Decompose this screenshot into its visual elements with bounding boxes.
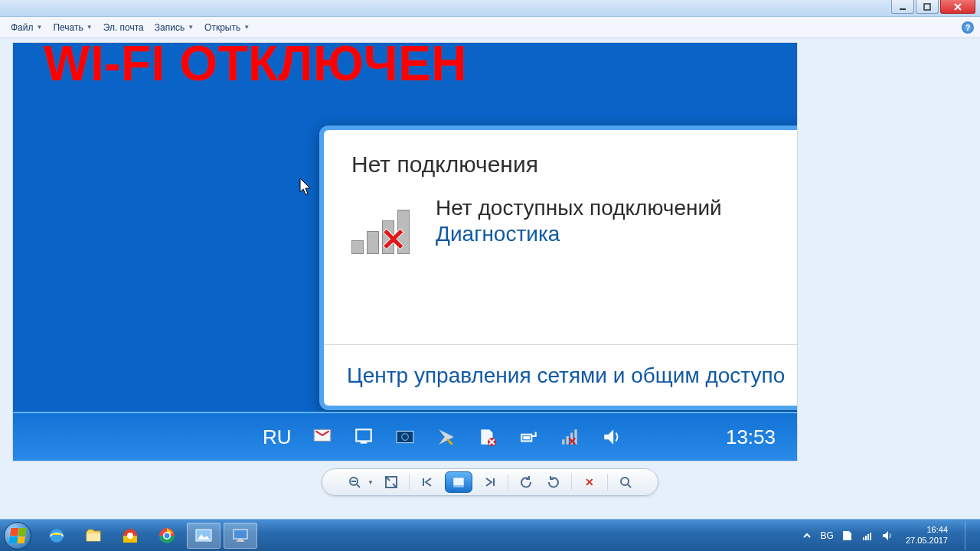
lang-indicator[interactable]: BG bbox=[821, 530, 834, 541]
inner-clock[interactable]: 13:53 bbox=[726, 425, 782, 449]
tray-net-icon[interactable] bbox=[861, 530, 874, 542]
delete-button[interactable]: ✕ bbox=[580, 472, 599, 492]
svg-rect-8 bbox=[356, 429, 371, 441]
rotate-ccw-button[interactable] bbox=[516, 472, 536, 492]
pinned-apps bbox=[35, 523, 257, 549]
taskbar-explorer[interactable] bbox=[77, 523, 110, 549]
tray-wifi-icon[interactable]: ✕ bbox=[560, 426, 581, 448]
taskbar-browser2[interactable] bbox=[113, 523, 147, 549]
inner-lang-indicator[interactable]: RU bbox=[263, 425, 292, 449]
svg-marker-54 bbox=[883, 531, 888, 540]
inner-taskbar: RU ✕ 13:53 bbox=[13, 413, 797, 461]
tray-sound-icon[interactable] bbox=[881, 530, 893, 542]
svg-rect-49 bbox=[237, 540, 244, 542]
viewer-toolbar: ▼ ✕ bbox=[322, 468, 658, 496]
no-signal-icon: ✕ bbox=[351, 201, 422, 254]
overlay-title: WI-FI ОТКЛЮЧЕН bbox=[44, 42, 467, 92]
menu-email[interactable]: Эл. почта bbox=[99, 21, 149, 34]
svg-rect-51 bbox=[865, 536, 867, 540]
svg-rect-9 bbox=[360, 441, 367, 443]
taskbar-chrome[interactable] bbox=[150, 523, 184, 549]
svg-rect-50 bbox=[863, 537, 864, 540]
menu-burn[interactable]: Запись▼ bbox=[150, 21, 198, 34]
taskbar-photoviewer[interactable] bbox=[187, 523, 220, 549]
window-controls bbox=[891, 0, 975, 14]
maximize-button[interactable] bbox=[916, 0, 939, 14]
tray-network-icon[interactable] bbox=[353, 426, 374, 448]
taskbar-clock[interactable]: 16:44 27.05.2017 bbox=[901, 525, 952, 546]
menu-print[interactable]: Печать▼ bbox=[48, 21, 96, 34]
diagnose-link[interactable]: Диагностика bbox=[436, 222, 722, 246]
svg-rect-38 bbox=[87, 533, 100, 541]
separator bbox=[508, 474, 508, 491]
prev-button[interactable] bbox=[417, 472, 437, 492]
close-button[interactable] bbox=[940, 0, 975, 14]
svg-rect-32 bbox=[453, 478, 464, 485]
photo-viewer-window: Файл▼ Печать▼ Эл. почта Запись▼ Открыть▼… bbox=[0, 0, 980, 519]
start-button[interactable] bbox=[0, 520, 35, 552]
svg-line-26 bbox=[357, 484, 360, 487]
clock-date: 27.05.2017 bbox=[906, 536, 948, 546]
svg-marker-13 bbox=[446, 439, 453, 445]
separator bbox=[607, 474, 608, 491]
viewer-menubar: Файл▼ Печать▼ Эл. почта Запись▼ Открыть▼… bbox=[0, 17, 980, 38]
taskbar-ie[interactable] bbox=[40, 523, 74, 549]
network-flyout: Нет подключения ✕ Нет доступных подключе… bbox=[319, 126, 798, 410]
photo-content: WI-FI ОТКЛЮЧЕН Нет подключения ✕ Нет дос… bbox=[12, 42, 798, 461]
menu-open[interactable]: Открыть▼ bbox=[200, 21, 254, 34]
svg-point-41 bbox=[127, 533, 133, 539]
cursor-icon bbox=[298, 178, 315, 201]
tray-volume-icon[interactable] bbox=[601, 426, 622, 448]
svg-rect-48 bbox=[238, 539, 243, 540]
system-tray: BG 16:44 27.05.2017 bbox=[801, 521, 972, 550]
svg-point-37 bbox=[50, 529, 64, 543]
outer-titlebar[interactable] bbox=[0, 0, 980, 17]
network-center-link[interactable]: Центр управления сетями и общим доступо bbox=[324, 344, 798, 406]
tray-flag-icon[interactable] bbox=[312, 426, 333, 448]
more-button[interactable] bbox=[616, 472, 635, 492]
svg-rect-1 bbox=[924, 4, 930, 10]
fit-button[interactable] bbox=[381, 472, 401, 492]
tray-action-center-icon[interactable] bbox=[841, 530, 854, 542]
zoom-dropdown-icon[interactable]: ▼ bbox=[368, 479, 374, 486]
svg-rect-52 bbox=[867, 534, 869, 540]
windows-logo-icon bbox=[9, 528, 27, 543]
svg-line-36 bbox=[628, 484, 631, 487]
tray-power-icon[interactable] bbox=[518, 426, 540, 448]
clock-time: 16:44 bbox=[906, 525, 948, 536]
svg-rect-19 bbox=[562, 439, 564, 445]
svg-text:✕: ✕ bbox=[567, 435, 577, 447]
taskbar-desktop[interactable] bbox=[224, 523, 257, 549]
zoom-out-button[interactable] bbox=[345, 472, 364, 492]
tray-app-icon[interactable] bbox=[394, 426, 416, 448]
menu-file[interactable]: Файл▼ bbox=[6, 21, 47, 34]
svg-marker-24 bbox=[604, 429, 613, 445]
svg-rect-33 bbox=[453, 486, 464, 487]
tray-action-icon[interactable] bbox=[477, 426, 498, 448]
show-desktop-button[interactable] bbox=[965, 521, 972, 550]
separator bbox=[571, 474, 572, 491]
help-icon[interactable]: ? bbox=[962, 21, 974, 34]
svg-point-35 bbox=[621, 478, 629, 485]
no-connections-label: Нет доступных подключений bbox=[436, 196, 722, 220]
taskbar: BG 16:44 27.05.2017 bbox=[0, 519, 980, 551]
svg-rect-10 bbox=[397, 431, 413, 442]
tray-antivirus-icon[interactable] bbox=[436, 426, 457, 448]
svg-point-44 bbox=[165, 533, 170, 538]
tray-chevron-icon[interactable] bbox=[801, 530, 813, 542]
next-button[interactable] bbox=[480, 472, 500, 492]
svg-rect-47 bbox=[234, 530, 247, 539]
separator bbox=[409, 474, 410, 491]
slideshow-button[interactable] bbox=[445, 471, 472, 493]
rotate-cw-button[interactable] bbox=[544, 472, 564, 492]
svg-rect-18 bbox=[523, 436, 530, 439]
svg-rect-53 bbox=[870, 533, 871, 540]
minimize-button[interactable] bbox=[891, 0, 914, 14]
popup-title: Нет подключения bbox=[351, 152, 798, 178]
